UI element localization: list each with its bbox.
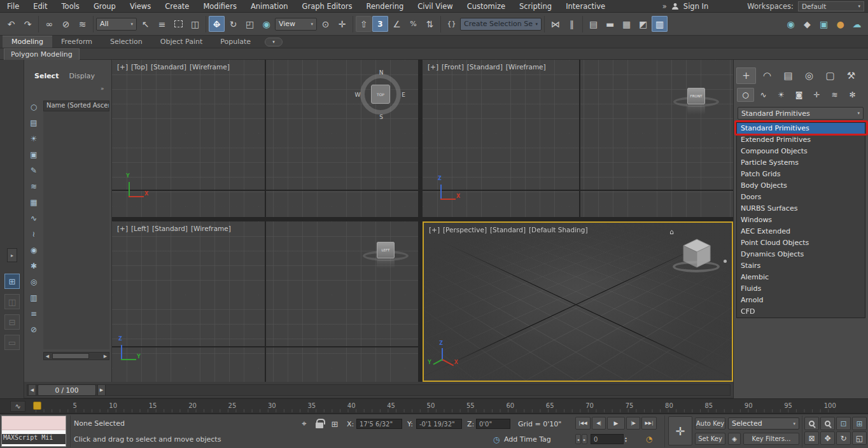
ribbon-tab-modeling[interactable]: Modeling <box>3 36 52 48</box>
viewport-menu-pov[interactable]: [Left] <box>131 225 149 232</box>
explorer-overflow-chevron[interactable]: » <box>101 85 104 92</box>
zoom-button[interactable] <box>804 417 819 430</box>
dropdown-item-body-objects[interactable]: Body Objects <box>737 180 865 192</box>
set-key-button[interactable]: Set Key <box>695 433 725 445</box>
ribbon-toggle-button[interactable]: ▬ <box>602 16 618 32</box>
time-slider[interactable]: ◀ 0 / 100 ▶ <box>24 382 733 398</box>
display-panel-tab[interactable]: ▢ <box>820 67 840 84</box>
set-keys-button[interactable]: ✛ <box>668 416 692 445</box>
key-filter-toggle[interactable]: ◈ <box>728 433 741 445</box>
explorer-selection-sets-button[interactable]: ▥ <box>27 291 41 304</box>
zoom-extents-all-button[interactable]: ⊞ <box>852 417 867 430</box>
viewport-menu-general[interactable]: [+] <box>429 226 440 234</box>
frame-step-forward-button[interactable]: ▸ <box>582 434 587 444</box>
explorer-containers-filter[interactable]: ▤ <box>27 116 41 129</box>
selection-lock-toggle[interactable] <box>313 417 326 430</box>
shapes-category-button[interactable]: ∿ <box>755 88 772 102</box>
compass-west[interactable]: W <box>354 92 361 98</box>
scrollbar-thumb[interactable] <box>52 353 89 359</box>
render-in-cloud-button[interactable]: ☁ <box>849 16 865 32</box>
rendered-frame-window-button[interactable]: ▣ <box>816 16 832 32</box>
auto-key-button[interactable]: Auto Key <box>695 417 725 430</box>
time-slider-track[interactable] <box>27 384 731 396</box>
previous-frame-button[interactable]: ◀ <box>28 384 36 396</box>
bind-to-space-warp-button[interactable]: ≋ <box>74 16 90 32</box>
percent-snap-toggle[interactable]: % <box>405 16 421 32</box>
viewport-layout-tab-3[interactable]: ⊟ <box>4 314 20 330</box>
maxscript-mini-listener[interactable]: MAXScript Mii <box>1 416 66 447</box>
menu-tools[interactable]: Tools <box>55 0 87 12</box>
next-frame-button[interactable]: |▶ <box>626 417 640 430</box>
select-and-scale-button[interactable]: ◰ <box>242 16 258 32</box>
viewport-menu-pov[interactable]: [Front] <box>442 63 464 71</box>
dropdown-item-aec-extended[interactable]: AEC Extended <box>737 226 865 237</box>
dropdown-item-standard-primitives[interactable]: Standard Primitives <box>737 123 865 134</box>
go-to-end-button[interactable]: ▶▶| <box>641 417 657 430</box>
viewport-menu-pov[interactable]: [Top] <box>131 63 148 71</box>
explorer-lights-filter[interactable]: ☀ <box>27 132 41 145</box>
isolate-selection-toggle[interactable]: ⌖ <box>298 417 311 430</box>
dropdown-item-patch-grids[interactable]: Patch Grids <box>737 169 865 180</box>
viewport-menu-general[interactable]: [+] <box>428 63 438 71</box>
dropdown-item-windows[interactable]: Windows <box>737 214 865 226</box>
ribbon-tab-selection[interactable]: Selection <box>101 36 151 48</box>
lights-category-button[interactable]: ☀ <box>773 88 790 102</box>
viewport-menu-renderer[interactable]: [Standard] <box>151 63 186 71</box>
menu-civil-view[interactable]: Civil View <box>410 0 459 12</box>
reference-coordinate-dropdown[interactable]: View ▾ <box>275 18 317 31</box>
y-coordinate-field[interactable]: -0'1 19/32" <box>416 419 462 429</box>
viewcube-left-face[interactable]: LEFT <box>377 242 395 258</box>
explorer-bones-filter[interactable]: ≀ <box>27 228 41 241</box>
macro-recorder-pane[interactable] <box>2 416 66 430</box>
menu-animation[interactable]: Animation <box>244 0 295 12</box>
menu-group[interactable]: Group <box>87 0 123 12</box>
menu-graph-editors[interactable]: Graph Editors <box>295 0 360 12</box>
render-production-button[interactable]: ● <box>832 16 848 32</box>
cameras-category-button[interactable]: ◙ <box>790 88 808 102</box>
menu-interactive[interactable]: Interactive <box>559 0 612 12</box>
time-slider-handle[interactable]: 0 / 100 <box>38 384 96 396</box>
previous-frame-button[interactable]: ◀| <box>592 417 606 430</box>
dropdown-item-stairs[interactable]: Stairs <box>737 260 865 272</box>
frame-spinner[interactable]: ▴ ▾ <box>625 434 627 444</box>
maximize-viewport-toggle[interactable]: ◱ <box>852 431 867 445</box>
workspace-dropdown[interactable]: Default ▾ <box>798 1 864 11</box>
viewport-layout-tab-2[interactable]: ◫ <box>4 294 20 309</box>
viewcube-front-face[interactable]: FRONT <box>687 88 705 104</box>
layer-explorer-button[interactable]: ▤ <box>585 16 601 32</box>
named-selection-sets-dropdown[interactable]: Create Selection Se ▾ <box>460 18 542 31</box>
absolute-offset-mode-toggle[interactable]: ⊞ <box>328 417 341 430</box>
explorer-tab-display[interactable]: Display <box>64 70 100 81</box>
dropdown-item-particle-systems[interactable]: Particle Systems <box>737 157 865 169</box>
viewcube-home-icon[interactable]: ⌂ <box>669 228 674 236</box>
align-button[interactable]: ∥ <box>564 16 580 32</box>
viewport-left[interactable]: [+] [Left] [Standard] [Wireframe] LEFT Z… <box>112 221 418 382</box>
select-and-place-button[interactable]: ◉ <box>258 16 274 32</box>
create-panel-tab[interactable]: + <box>736 67 756 84</box>
explorer-list-view-button[interactable]: ≡ <box>27 307 41 320</box>
dropdown-item-doors[interactable]: Doors <box>737 192 865 203</box>
zoom-region-button[interactable]: ⊠ <box>804 431 819 445</box>
frame-step-back-button[interactable]: ◂ <box>575 434 581 444</box>
compass-east[interactable]: E <box>400 92 407 98</box>
z-coordinate-field[interactable]: 0'0" <box>476 419 510 429</box>
hierarchy-panel-tab[interactable]: ▤ <box>778 67 798 84</box>
dropdown-item-compound-objects[interactable]: Compound Objects <box>737 146 865 157</box>
helpers-category-button[interactable]: ✛ <box>808 88 825 102</box>
explorer-space-warps-filter[interactable]: ≋ <box>27 180 41 193</box>
viewport-layout-tab-1[interactable]: ⊞ <box>4 274 20 289</box>
current-frame-marker[interactable] <box>33 402 41 410</box>
viewport-menu-shading[interactable]: [Default Shading] <box>529 226 588 234</box>
viewport-layout-tab-4[interactable]: ▭ <box>4 335 20 350</box>
viewport-menu-general[interactable]: [+] <box>117 225 128 232</box>
menu-overflow-chevron[interactable]: » <box>662 2 667 11</box>
menu-file[interactable]: File <box>0 0 26 12</box>
dropdown-item-point-cloud-objects[interactable]: Point Cloud Objects <box>737 237 865 249</box>
explorer-hidden-filter[interactable]: ◎ <box>27 276 41 288</box>
mini-curve-editor-button[interactable]: ∿ <box>10 401 25 412</box>
systems-category-button[interactable]: ✻ <box>844 88 861 102</box>
menu-edit[interactable]: Edit <box>26 0 54 12</box>
curve-editor-button[interactable]: ▦ <box>619 16 634 32</box>
unlink-selection-button[interactable]: ⊘ <box>58 16 74 32</box>
current-frame-field[interactable]: 0 <box>591 434 624 444</box>
